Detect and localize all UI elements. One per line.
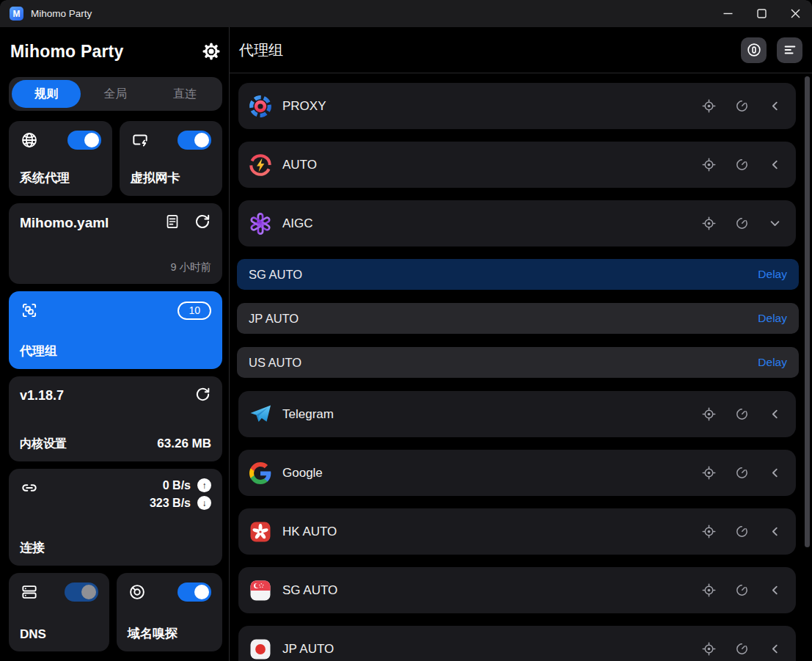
dns-label: DNS [20, 627, 98, 642]
locate-icon[interactable] [701, 465, 717, 481]
page-title: 代理组 [239, 40, 283, 60]
telegram-icon [248, 402, 273, 427]
delay-test-button[interactable]: Delay [758, 356, 787, 369]
link-icon [20, 478, 39, 497]
gauge-icon[interactable] [734, 216, 750, 231]
gauge-icon[interactable] [734, 98, 750, 114]
sniff-card[interactable]: 域名嗅探 [117, 573, 222, 651]
connections-label: 连接 [20, 539, 211, 556]
proxy-group-name: JP AUTO [282, 642, 334, 657]
gauge-icon[interactable] [734, 465, 750, 481]
sniff-icon [128, 583, 147, 602]
connections-card[interactable]: 0 B/s ↑ 323 B/s ↓ 连接 [9, 469, 222, 566]
chevron-left-icon[interactable] [767, 641, 783, 657]
system-proxy-toggle[interactable] [67, 131, 101, 150]
jp-flag-icon [248, 637, 273, 661]
app-window: M Mihomo Party Mihomo Party 规则 全局 直连 [0, 0, 812, 661]
chevron-left-icon[interactable] [767, 98, 783, 114]
chevron-left-icon[interactable] [767, 465, 783, 481]
proxy-group-row[interactable]: JP AUTO [238, 626, 796, 661]
dns-card[interactable]: DNS [9, 573, 109, 651]
system-proxy-card[interactable]: 系统代理 [9, 121, 112, 196]
profile-name: Mihomo.yaml [20, 215, 109, 231]
gauge-icon[interactable] [734, 406, 750, 422]
chevron-left-icon[interactable] [767, 157, 783, 172]
sniff-toggle[interactable] [178, 583, 211, 602]
locate-icon[interactable] [701, 406, 717, 422]
sort-lines-icon[interactable] [777, 37, 802, 63]
proxy-group-row[interactable]: AUTO [238, 142, 796, 188]
nic-lightning-icon [131, 131, 150, 150]
proxy-node-row[interactable]: US AUTODelay [237, 347, 799, 378]
main-panel: 代理组 PROXYAUTOAIGCSG AUTODelayJP AUTODela… [230, 27, 812, 661]
core-settings-card[interactable]: v1.18.7 内核设置 63.26 MB [9, 376, 222, 461]
proxy-group-row[interactable]: HK AUTO [238, 508, 796, 555]
proxy-group-row[interactable]: Telegram [238, 391, 796, 437]
gauge-icon[interactable] [734, 583, 750, 598]
proxy-group-name: Google [282, 466, 323, 481]
refresh-icon[interactable] [194, 386, 211, 406]
download-speed: 323 B/s [150, 497, 191, 510]
tab-rule[interactable]: 规则 [12, 80, 81, 108]
proxy-group-row[interactable]: Google [238, 450, 796, 496]
sg-flag-icon [248, 578, 273, 603]
proxy-group-row[interactable]: PROXY [238, 83, 796, 129]
tab-direct[interactable]: 直连 [150, 80, 219, 108]
upload-arrow-icon: ↑ [197, 478, 211, 492]
delay-test-button[interactable]: Delay [758, 268, 787, 281]
proxy-group-row[interactable]: SG AUTO [238, 567, 796, 613]
proxy-group-count-badge: 10 [178, 302, 211, 320]
gauge-icon[interactable] [734, 641, 750, 657]
locate-icon[interactable] [701, 98, 717, 114]
chevron-left-icon[interactable] [767, 406, 783, 422]
gauge-icon[interactable] [734, 157, 750, 172]
proxy-group-name: Telegram [282, 407, 334, 422]
download-arrow-icon: ↓ [197, 496, 211, 510]
proxy-wheel-icon [248, 94, 273, 119]
locate-icon[interactable] [701, 524, 717, 539]
core-settings-label: 内核设置 [20, 437, 67, 452]
locate-icon[interactable] [701, 641, 717, 657]
gauge-icon[interactable] [734, 524, 750, 539]
proxy-group-name: HK AUTO [282, 525, 337, 539]
tun-toggle[interactable] [178, 131, 211, 150]
locate-icon[interactable] [701, 216, 717, 231]
chevron-left-icon[interactable] [767, 583, 783, 598]
group-scan-icon [20, 301, 39, 320]
locate-icon[interactable] [701, 583, 717, 598]
upload-speed: 0 B/s [163, 479, 191, 492]
server-icon [20, 583, 39, 602]
minimize-button[interactable] [711, 0, 745, 27]
app-title: Mihomo Party [10, 42, 123, 62]
main-header: 代理组 [230, 27, 812, 73]
tun-label: 虚拟网卡 [131, 169, 212, 186]
refresh-icon[interactable] [194, 213, 211, 233]
proxy-group-row[interactable]: AIGC [238, 200, 796, 246]
profile-card[interactable]: Mihomo.yaml 9 小时前 [9, 203, 222, 284]
globe-icon [20, 131, 39, 150]
proxy-group-name: AIGC [282, 216, 313, 231]
delay-test-button[interactable]: Delay [758, 312, 787, 325]
sidebar-item-proxy-groups[interactable]: 10 代理组 [9, 291, 222, 369]
proxy-node-row[interactable]: JP AUTODelay [237, 303, 799, 334]
zero-delay-icon[interactable] [741, 37, 767, 63]
maximize-button[interactable] [745, 0, 778, 27]
scrollbar-thumb[interactable] [805, 76, 810, 547]
tun-card[interactable]: 虚拟网卡 [120, 121, 223, 196]
locate-icon[interactable] [701, 157, 717, 172]
close-button[interactable] [778, 0, 812, 27]
proxy-groups-label: 代理组 [20, 343, 211, 359]
dns-toggle[interactable] [65, 583, 98, 602]
google-icon [248, 461, 273, 486]
sidebar: Mihomo Party 规则 全局 直连 系统代理 [0, 27, 230, 661]
profile-updated: 9 小时前 [20, 260, 211, 274]
tab-global[interactable]: 全局 [81, 80, 150, 108]
outbound-mode-tabs: 规则 全局 直连 [9, 77, 222, 111]
chevron-down-icon[interactable] [767, 216, 783, 231]
gear-icon[interactable] [202, 42, 221, 61]
proxy-node-row[interactable]: SG AUTODelay [237, 259, 799, 290]
file-text-icon[interactable] [164, 213, 181, 233]
chevron-left-icon[interactable] [767, 524, 783, 539]
proxy-group-name: SG AUTO [282, 583, 337, 598]
hk-flag-icon [248, 519, 273, 544]
